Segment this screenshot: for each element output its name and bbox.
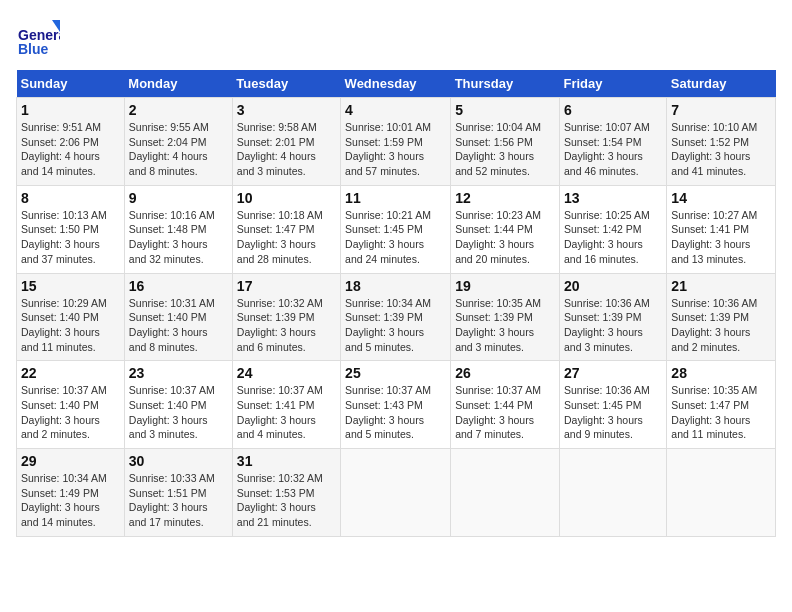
day-number: 20 [564, 278, 662, 294]
calendar-cell: 7Sunrise: 10:10 AMSunset: 1:52 PMDayligh… [667, 98, 776, 186]
logo-icon: General Blue [16, 16, 60, 60]
calendar-cell: 2Sunrise: 9:55 AMSunset: 2:04 PMDaylight… [124, 98, 232, 186]
day-detail: Sunrise: 10:29 AMSunset: 1:40 PMDaylight… [21, 297, 107, 353]
calendar-cell: 22Sunrise: 10:37 AMSunset: 1:40 PMDaylig… [17, 361, 125, 449]
day-detail: Sunrise: 10:35 AMSunset: 1:47 PMDaylight… [671, 384, 757, 440]
day-detail: Sunrise: 10:37 AMSunset: 1:40 PMDaylight… [21, 384, 107, 440]
calendar-cell [451, 449, 560, 537]
day-detail: Sunrise: 10:34 AMSunset: 1:49 PMDaylight… [21, 472, 107, 528]
calendar-cell: 13Sunrise: 10:25 AMSunset: 1:42 PMDaylig… [559, 185, 666, 273]
day-detail: Sunrise: 10:33 AMSunset: 1:51 PMDaylight… [129, 472, 215, 528]
day-number: 31 [237, 453, 336, 469]
day-detail: Sunrise: 10:31 AMSunset: 1:40 PMDaylight… [129, 297, 215, 353]
day-detail: Sunrise: 10:23 AMSunset: 1:44 PMDaylight… [455, 209, 541, 265]
day-number: 22 [21, 365, 120, 381]
day-number: 28 [671, 365, 771, 381]
svg-text:Blue: Blue [18, 41, 49, 57]
calendar-cell [667, 449, 776, 537]
day-number: 30 [129, 453, 228, 469]
day-detail: Sunrise: 10:32 AMSunset: 1:39 PMDaylight… [237, 297, 323, 353]
day-detail: Sunrise: 10:04 AMSunset: 1:56 PMDaylight… [455, 121, 541, 177]
calendar-cell: 27Sunrise: 10:36 AMSunset: 1:45 PMDaylig… [559, 361, 666, 449]
calendar-cell: 10Sunrise: 10:18 AMSunset: 1:47 PMDaylig… [232, 185, 340, 273]
calendar-cell: 11Sunrise: 10:21 AMSunset: 1:45 PMDaylig… [341, 185, 451, 273]
calendar-cell [341, 449, 451, 537]
calendar-week-row: 15Sunrise: 10:29 AMSunset: 1:40 PMDaylig… [17, 273, 776, 361]
calendar-cell: 25Sunrise: 10:37 AMSunset: 1:43 PMDaylig… [341, 361, 451, 449]
day-number: 1 [21, 102, 120, 118]
header-thursday: Thursday [451, 70, 560, 98]
day-detail: Sunrise: 10:37 AMSunset: 1:40 PMDaylight… [129, 384, 215, 440]
calendar-cell: 3Sunrise: 9:58 AMSunset: 2:01 PMDaylight… [232, 98, 340, 186]
day-number: 17 [237, 278, 336, 294]
calendar-table: Sunday Monday Tuesday Wednesday Thursday… [16, 70, 776, 537]
days-header-row: Sunday Monday Tuesday Wednesday Thursday… [17, 70, 776, 98]
day-number: 18 [345, 278, 446, 294]
day-detail: Sunrise: 10:37 AMSunset: 1:43 PMDaylight… [345, 384, 431, 440]
calendar-cell: 14Sunrise: 10:27 AMSunset: 1:41 PMDaylig… [667, 185, 776, 273]
calendar-cell: 18Sunrise: 10:34 AMSunset: 1:39 PMDaylig… [341, 273, 451, 361]
day-detail: Sunrise: 10:13 AMSunset: 1:50 PMDaylight… [21, 209, 107, 265]
calendar-cell: 4Sunrise: 10:01 AMSunset: 1:59 PMDayligh… [341, 98, 451, 186]
calendar-cell: 19Sunrise: 10:35 AMSunset: 1:39 PMDaylig… [451, 273, 560, 361]
day-number: 10 [237, 190, 336, 206]
calendar-cell [559, 449, 666, 537]
day-detail: Sunrise: 10:37 AMSunset: 1:44 PMDaylight… [455, 384, 541, 440]
calendar-cell: 6Sunrise: 10:07 AMSunset: 1:54 PMDayligh… [559, 98, 666, 186]
day-number: 4 [345, 102, 446, 118]
day-number: 12 [455, 190, 555, 206]
day-detail: Sunrise: 10:35 AMSunset: 1:39 PMDaylight… [455, 297, 541, 353]
calendar-cell: 30Sunrise: 10:33 AMSunset: 1:51 PMDaylig… [124, 449, 232, 537]
header-wednesday: Wednesday [341, 70, 451, 98]
calendar-cell: 9Sunrise: 10:16 AMSunset: 1:48 PMDayligh… [124, 185, 232, 273]
day-detail: Sunrise: 10:36 AMSunset: 1:39 PMDaylight… [671, 297, 757, 353]
calendar-cell: 23Sunrise: 10:37 AMSunset: 1:40 PMDaylig… [124, 361, 232, 449]
header-sunday: Sunday [17, 70, 125, 98]
day-number: 13 [564, 190, 662, 206]
day-detail: Sunrise: 10:32 AMSunset: 1:53 PMDaylight… [237, 472, 323, 528]
day-detail: Sunrise: 10:25 AMSunset: 1:42 PMDaylight… [564, 209, 650, 265]
day-detail: Sunrise: 10:07 AMSunset: 1:54 PMDaylight… [564, 121, 650, 177]
page-header: General Blue [16, 16, 776, 60]
calendar-week-row: 29Sunrise: 10:34 AMSunset: 1:49 PMDaylig… [17, 449, 776, 537]
calendar-cell: 8Sunrise: 10:13 AMSunset: 1:50 PMDayligh… [17, 185, 125, 273]
calendar-cell: 31Sunrise: 10:32 AMSunset: 1:53 PMDaylig… [232, 449, 340, 537]
day-detail: Sunrise: 10:01 AMSunset: 1:59 PMDaylight… [345, 121, 431, 177]
day-number: 27 [564, 365, 662, 381]
day-number: 21 [671, 278, 771, 294]
calendar-cell: 29Sunrise: 10:34 AMSunset: 1:49 PMDaylig… [17, 449, 125, 537]
header-friday: Friday [559, 70, 666, 98]
day-number: 3 [237, 102, 336, 118]
calendar-cell: 20Sunrise: 10:36 AMSunset: 1:39 PMDaylig… [559, 273, 666, 361]
calendar-cell: 5Sunrise: 10:04 AMSunset: 1:56 PMDayligh… [451, 98, 560, 186]
calendar-week-row: 1Sunrise: 9:51 AMSunset: 2:06 PMDaylight… [17, 98, 776, 186]
logo: General Blue [16, 16, 64, 60]
header-monday: Monday [124, 70, 232, 98]
header-saturday: Saturday [667, 70, 776, 98]
day-number: 15 [21, 278, 120, 294]
day-detail: Sunrise: 10:36 AMSunset: 1:45 PMDaylight… [564, 384, 650, 440]
calendar-body: 1Sunrise: 9:51 AMSunset: 2:06 PMDaylight… [17, 98, 776, 537]
calendar-week-row: 22Sunrise: 10:37 AMSunset: 1:40 PMDaylig… [17, 361, 776, 449]
day-detail: Sunrise: 9:55 AMSunset: 2:04 PMDaylight:… [129, 121, 209, 177]
day-number: 26 [455, 365, 555, 381]
calendar-cell: 12Sunrise: 10:23 AMSunset: 1:44 PMDaylig… [451, 185, 560, 273]
day-number: 29 [21, 453, 120, 469]
day-detail: Sunrise: 9:51 AMSunset: 2:06 PMDaylight:… [21, 121, 101, 177]
day-number: 14 [671, 190, 771, 206]
day-number: 2 [129, 102, 228, 118]
day-number: 7 [671, 102, 771, 118]
calendar-cell: 1Sunrise: 9:51 AMSunset: 2:06 PMDaylight… [17, 98, 125, 186]
day-detail: Sunrise: 10:37 AMSunset: 1:41 PMDaylight… [237, 384, 323, 440]
day-number: 5 [455, 102, 555, 118]
day-number: 11 [345, 190, 446, 206]
day-number: 19 [455, 278, 555, 294]
day-detail: Sunrise: 9:58 AMSunset: 2:01 PMDaylight:… [237, 121, 317, 177]
day-number: 16 [129, 278, 228, 294]
calendar-cell: 21Sunrise: 10:36 AMSunset: 1:39 PMDaylig… [667, 273, 776, 361]
day-number: 25 [345, 365, 446, 381]
day-number: 23 [129, 365, 228, 381]
calendar-cell: 16Sunrise: 10:31 AMSunset: 1:40 PMDaylig… [124, 273, 232, 361]
day-detail: Sunrise: 10:34 AMSunset: 1:39 PMDaylight… [345, 297, 431, 353]
calendar-cell: 15Sunrise: 10:29 AMSunset: 1:40 PMDaylig… [17, 273, 125, 361]
